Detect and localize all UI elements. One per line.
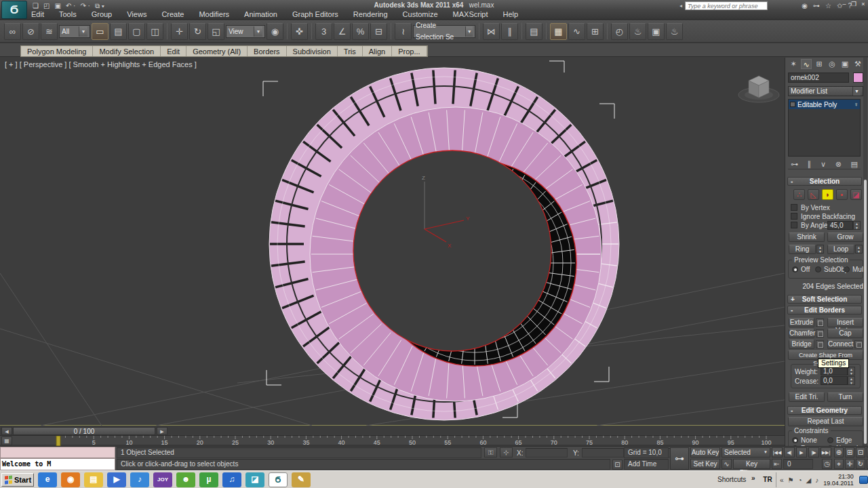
object-name-field[interactable]: ornek002 — [788, 73, 849, 83]
element-mode-icon[interactable]: ◪ — [850, 189, 862, 200]
volume-icon[interactable]: ♪ — [815, 476, 818, 484]
named-selection-sets-dropdown[interactable]: Create Selection Se▼ — [413, 25, 475, 38]
communication-center-icon[interactable]: ☆ — [825, 2, 831, 9]
orbit-icon[interactable]: ↻ — [856, 459, 865, 469]
snaps-toggle-icon[interactable]: 3 — [315, 23, 332, 40]
image-viewer-icon[interactable]: ◪ — [245, 472, 264, 487]
perspective-viewport[interactable]: [ + ] [ Perspective ] [ Smooth + Highlig… — [0, 58, 785, 426]
schematic-view-icon[interactable]: ⊞ — [587, 23, 604, 40]
modifier-stack[interactable]: Editable Poly ♀ — [788, 99, 861, 157]
flag-icon[interactable]: ⚑ — [788, 476, 794, 484]
edit-tri-button[interactable]: Edit Tri. — [789, 392, 825, 402]
network-icon[interactable]: ◢ — [806, 476, 812, 484]
soft-selection-rollout-header[interactable]: +Soft Selection — [787, 295, 862, 304]
selection-filter-dropdown[interactable]: All▼ — [59, 25, 90, 38]
x-coordinate-field[interactable] — [526, 448, 568, 458]
play-button[interactable]: ▶ — [796, 447, 807, 458]
menu-graph-editors[interactable]: Graph Editors — [291, 10, 340, 20]
remove-modifier-icon[interactable]: ⊗ — [835, 159, 842, 169]
menu-modifiers[interactable]: Modifiers — [197, 10, 231, 20]
bind-to-space-warp-icon[interactable]: ≋ — [41, 23, 58, 40]
set-key-button[interactable]: Set Key — [690, 459, 720, 469]
edit-borders-rollout-header[interactable]: -Edit Borders — [787, 306, 862, 314]
grow-button[interactable]: Grow — [827, 232, 863, 242]
bridge-button[interactable]: Bridge — [789, 340, 814, 349]
minimize-button[interactable]: – — [841, 1, 848, 7]
start-button[interactable]: Start — [1, 473, 34, 487]
media-player-icon[interactable]: ▶ — [107, 472, 126, 487]
close-button[interactable]: × — [860, 1, 867, 7]
rectangular-selection-region-icon[interactable]: ▢ — [128, 23, 145, 40]
viewport-3d-scene[interactable]: ZYX — [0, 58, 785, 426]
scrollbar-thumb[interactable] — [864, 180, 867, 444]
turn-button[interactable]: Turn — [827, 392, 863, 402]
mini-curve-editor-button[interactable]: ▦ — [1, 436, 12, 445]
by-angle-checkbox[interactable] — [791, 222, 797, 228]
by-angle-field[interactable]: 45,0 — [827, 221, 853, 230]
reference-coordinate-system-dropdown[interactable]: View▼ — [226, 25, 265, 38]
maxscript-listener-pink[interactable] — [0, 447, 115, 458]
previous-frame-button[interactable]: ◀| — [784, 447, 795, 458]
ignore-backfacing-checkbox[interactable] — [791, 213, 797, 220]
render-setup-icon[interactable]: ♨ — [629, 23, 646, 40]
animation-set-dropdown[interactable]: Selected▼ — [722, 447, 770, 458]
modifier-list-dropdown[interactable]: Modifier List▼ — [788, 86, 863, 96]
infocenter-search-input[interactable] — [685, 1, 768, 10]
ribbon-tab-align[interactable]: Align — [363, 46, 392, 56]
go-to-start-button[interactable]: |◀◀ — [772, 447, 783, 458]
selection-lock-icon[interactable]: ⚿ — [484, 447, 497, 458]
explorer-folder-icon[interactable]: ▤ — [84, 472, 103, 487]
spinner-snap-toggle-icon[interactable]: ⊟ — [370, 23, 387, 40]
ribbon-tab-tris[interactable]: Tris — [338, 46, 363, 56]
language-indicator[interactable]: TR — [761, 474, 774, 485]
field-of-view-icon[interactable]: ⌖ — [834, 459, 844, 469]
connect-settings-icon[interactable] — [854, 340, 863, 348]
show-end-result-icon[interactable]: ∥ — [808, 159, 812, 169]
crease-field[interactable]: 0,0 — [821, 376, 848, 385]
configure-modifier-sets-icon[interactable]: ▤ — [851, 159, 858, 169]
stack-item-editable-poly[interactable]: Editable Poly ♀ — [789, 100, 860, 109]
angle-snap-toggle-icon[interactable]: ∠ — [334, 23, 351, 40]
3dsmax-taskbar-icon[interactable]: Ϭ — [269, 472, 288, 487]
zoom-all-icon[interactable]: ⊞ — [845, 447, 854, 458]
key-filters-button[interactable]: Key Filters... — [733, 459, 770, 469]
utorrent-icon[interactable]: µ — [199, 472, 218, 487]
ribbon-tab-subdivision[interactable]: Subdivision — [287, 46, 338, 56]
by-angle-field-spinner[interactable]: ▲▼ — [853, 221, 861, 230]
ribbon-tab-edit[interactable]: Edit — [161, 46, 186, 56]
graphite-modeling-tools-icon[interactable]: ▦ — [550, 23, 567, 40]
time-slider-back-arrow[interactable]: ◀ — [1, 427, 12, 435]
pin-stack-icon[interactable]: ⊶ — [791, 159, 798, 169]
hidden-icons-chevron[interactable]: « — [780, 476, 784, 484]
pan-icon[interactable]: ✛ — [845, 459, 854, 469]
taskbar-clock[interactable]: 21:3019.04.2011 — [823, 473, 853, 487]
edit-geometry-rollout-header[interactable]: -Edit Geometry — [787, 406, 862, 415]
ring-button[interactable]: Ring — [789, 245, 816, 254]
shrink-button[interactable]: Shrink — [789, 232, 825, 242]
auto-key-button[interactable]: Auto Key — [690, 447, 720, 458]
time-configuration-icon[interactable]: ◷ — [822, 459, 832, 469]
next-frame-button[interactable]: |▶ — [808, 447, 819, 458]
cap-button[interactable]: Cap — [827, 329, 863, 338]
set-key-mode-icon[interactable]: ⊶ — [670, 447, 689, 470]
extrude-button[interactable]: Extrude — [789, 318, 814, 327]
preview-subobj-radio[interactable] — [815, 266, 821, 272]
chamfer-button[interactable]: Chamfer — [789, 329, 814, 338]
connect-button[interactable]: Connect — [827, 340, 853, 349]
bridge-settings-icon[interactable] — [816, 340, 824, 348]
shortcuts-toolbar-label[interactable]: Shortcuts — [717, 476, 746, 483]
time-slider-handle[interactable]: 0 / 100 — [13, 427, 155, 435]
updates-icon[interactable]: ◔ — [798, 476, 802, 484]
ribbon-tab-borders[interactable]: Borders — [248, 46, 287, 56]
search-collapse-arrow-icon[interactable]: ◂ — [679, 3, 682, 9]
edit-named-selection-sets-icon[interactable]: ≀ — [395, 23, 412, 40]
ring-spinner[interactable]: ▲▼ — [816, 245, 824, 253]
zoom-icon[interactable]: ⊕ — [834, 447, 844, 458]
select-and-scale-icon[interactable]: ◱ — [208, 23, 224, 40]
align-icon[interactable]: ∥ — [501, 23, 518, 40]
create-tab[interactable]: ✶ — [788, 59, 799, 69]
maxscript-listener-white[interactable]: Welcome to M — [0, 458, 115, 470]
time-tag-icon[interactable]: ⊡ — [612, 460, 623, 470]
command-panel-scrollbar[interactable] — [863, 58, 867, 446]
track-bar[interactable]: 0510152025303540455055606570758085909510… — [0, 436, 785, 446]
